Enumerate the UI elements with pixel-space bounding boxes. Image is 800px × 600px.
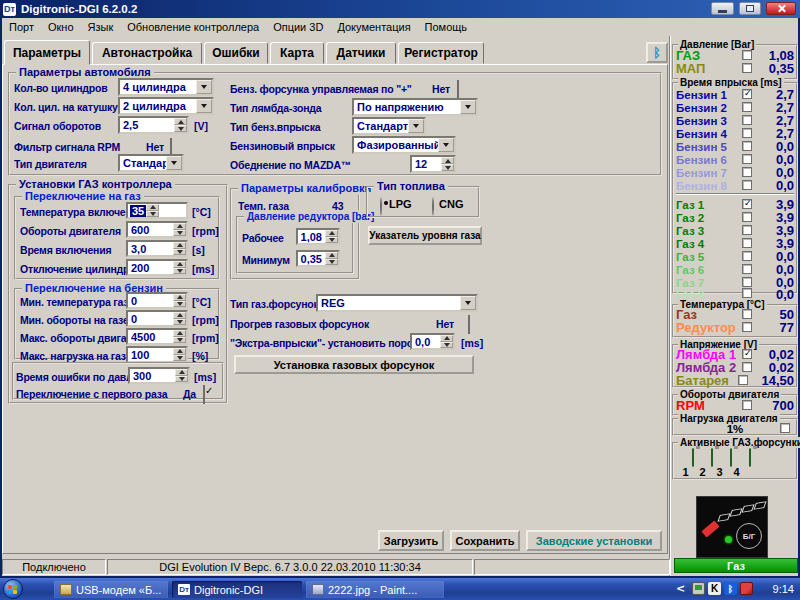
benzin-label: Бензин 5 [676,141,727,153]
status-connection: Подключено [2,559,106,575]
digitronic-icon: Dт [178,584,190,595]
injector-number: 3 [713,466,726,478]
lambda1-checkbox[interactable] [742,349,752,359]
benzin-checkbox[interactable] [742,141,752,151]
taskbar-task-usb-modem[interactable]: USB-модем «Б... [54,581,168,598]
tab-sensors[interactable]: Датчики [326,42,396,64]
rpm-row: RPM700 [676,399,794,412]
benzin-label: Бензин 3 [676,115,727,127]
gaz-checkbox[interactable] [742,277,752,287]
gas-injector-icon [711,448,713,467]
fuel-switch-indicator: Б/Г [736,523,762,549]
lambda2-checkbox[interactable] [742,362,752,372]
gas-temp-checkbox[interactable] [742,309,752,319]
rpm-value: 700 [772,398,794,413]
status-info: DGI Evolution IV Верс. 6.7 3.0.0 22.03.2… [107,559,473,575]
bluetooth-tray-icon[interactable] [724,582,737,595]
benzin-checkbox[interactable] [742,115,752,125]
benzin-label: Бензин 2 [676,102,727,114]
benzin-checkbox[interactable] [742,89,752,99]
tab-errors[interactable]: Ошибки [204,42,268,64]
taskbar-clock[interactable]: 9:14 [773,583,794,595]
window-title: Digitronic-DGI 6.2.0.2 [21,3,137,15]
gaz-label: Газ 3 [676,225,704,237]
gauge-segment-icon [753,501,766,510]
tab-recorder[interactable]: Регистратор [398,42,484,64]
rpm-checkbox[interactable] [742,400,752,410]
benzin-label: Бензин 4 [676,128,727,140]
gaz-checkbox[interactable] [742,264,752,274]
gauge-segment-icon [717,513,730,522]
temperature-row: Редуктор77 [676,321,794,334]
map-pressure-label: МАП [676,61,705,76]
gaz-label: Газ 6 [676,264,704,276]
gaz-checkbox[interactable] [742,251,752,261]
menu-language[interactable]: Язык [81,20,121,34]
rpm-label: RPM [676,398,705,413]
gaz-value: 0,0 [776,287,794,302]
tab-map[interactable]: Карта [270,42,324,64]
gas-pressure-checkbox[interactable] [742,50,752,60]
benzin-checkbox[interactable] [742,128,752,138]
reducer-temp-checkbox[interactable] [742,322,752,332]
group-title: Время впрыска [ms] [678,77,784,88]
gaz-label: Газ 5 [676,251,704,263]
gaz-checkbox[interactable] [742,212,752,222]
taskbar-task-digitronic[interactable]: DтDigitronic-DGI [172,581,302,598]
paint-icon [312,584,324,595]
start-icon [8,585,12,589]
gaz-checkbox[interactable] [742,238,752,248]
gas-injector-icon [730,448,732,467]
menu-bar: Порт Окно Язык Обновление контроллера Оп… [2,18,798,35]
gaz-label: Газ 7 [676,277,704,289]
gaz-checkbox[interactable] [742,225,752,235]
benzin-label: Бензин 1 [676,89,727,101]
bluetooth-icon [653,45,661,60]
menu-window[interactable]: Окно [41,20,81,34]
status-extra [474,559,670,575]
reducer-temp-value: 77 [780,320,794,335]
gauge-needle-icon [701,520,719,537]
engine-load-row: 1% [676,422,794,435]
benzin-value: 0,0 [776,178,794,193]
map-pressure-checkbox[interactable] [742,63,752,73]
tab-parameters[interactable]: Параметры [4,40,90,65]
menu-help[interactable]: Помощь [418,20,475,34]
menu-controller-update[interactable]: Обновление контроллера [120,20,266,34]
benzin-label: Бензин 7 [676,167,727,179]
tray-expand-chevron[interactable]: < [676,582,685,595]
gaz-label: Газ 2 [676,212,704,224]
injector-number: 2 [696,466,709,478]
language-tray-icon[interactable] [740,582,753,595]
benzin-label: Бензин 8 [676,180,727,192]
divider [676,193,794,195]
map-pressure-value: 0,35 [769,61,794,76]
benzin-checkbox[interactable] [742,102,752,112]
start-button[interactable] [3,579,23,599]
gaz-checkbox[interactable] [742,288,752,298]
menu-documentation[interactable]: Документация [330,20,417,34]
restore-icon [746,5,754,12]
gas-mode-button[interactable]: Газ [674,558,798,573]
injector-number: 4 [730,466,743,478]
bluetooth-button[interactable] [646,42,668,63]
menu-options-3d[interactable]: Опции 3D [266,20,330,34]
taskbar-task-paint[interactable]: 2222.jpg - Paint.... [306,581,444,598]
restore-button[interactable] [739,2,761,15]
tab-page [2,64,668,554]
injector-row: Бензин 80,0 [676,179,794,192]
close-button[interactable] [766,2,796,15]
battery-checkbox[interactable] [738,375,748,385]
antivirus-tray-icon[interactable]: K [708,582,721,595]
benzin-checkbox[interactable] [742,154,752,164]
menu-port[interactable]: Порт [2,20,41,34]
benzin-checkbox[interactable] [742,167,752,177]
network-tray-icon[interactable] [692,582,705,595]
gaz-label: Газ 4 [676,238,704,250]
engine-load-checkbox[interactable] [780,423,790,433]
benzin-checkbox[interactable] [742,180,752,190]
gaz-checkbox[interactable] [742,199,752,209]
minimize-button[interactable] [711,2,734,15]
tab-autotune[interactable]: Автонастройка [92,42,202,64]
usb-modem-icon [60,584,72,595]
